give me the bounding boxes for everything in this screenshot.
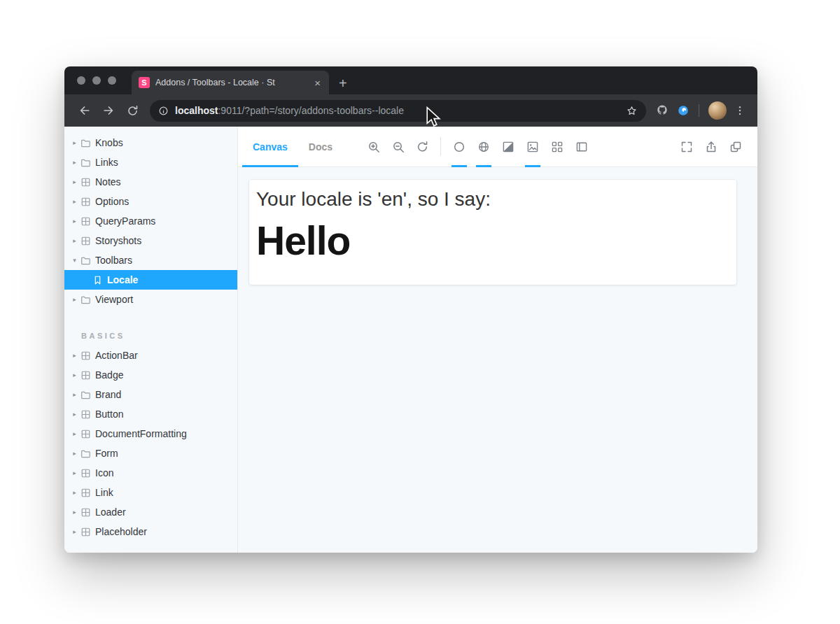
sidebar-item-icon[interactable]: Icon (64, 463, 237, 483)
locale-globe-button[interactable] (471, 127, 496, 166)
caret-right-icon (70, 198, 79, 205)
zoom-reset-button[interactable] (410, 127, 435, 166)
sidebar-item-label: Icon (95, 467, 113, 478)
zoom-window-button[interactable] (108, 76, 116, 85)
menu-kebab-icon[interactable] (731, 104, 749, 117)
component-icon (80, 216, 91, 227)
new-tab-button[interactable]: + (339, 76, 347, 90)
caret-right-icon (70, 371, 79, 378)
extension-icon-2[interactable] (673, 104, 694, 118)
browser-tab[interactable]: S Addons / Toolbars - Locale · St × (132, 71, 329, 94)
tab-docs[interactable]: Docs (298, 127, 343, 166)
sidebar-item-viewport[interactable]: Viewport (64, 290, 237, 309)
fullscreen-button[interactable] (674, 127, 699, 166)
caret-right-icon (70, 528, 79, 535)
sidebar-item-knobs[interactable]: Knobs (64, 133, 237, 153)
sidebar-item-form[interactable]: Form (64, 444, 237, 463)
component-icon (80, 429, 91, 439)
canvas-toolbar: Canvas Docs (238, 127, 757, 167)
share-button[interactable] (699, 127, 723, 166)
story-card: Your locale is 'en', so I say: Hello (249, 180, 736, 285)
backgrounds-button[interactable] (496, 127, 520, 166)
folder-icon (80, 255, 91, 266)
sidebar-item-label: Badge (95, 369, 123, 381)
bookmark-icon (92, 275, 103, 285)
close-window-button[interactable] (77, 76, 85, 85)
reload-button[interactable] (120, 99, 144, 122)
sidebar-item-storyshots[interactable]: Storyshots (64, 231, 237, 250)
back-button[interactable] (73, 99, 97, 122)
sidebar-section-basics: BASICS (64, 326, 237, 346)
component-icon (80, 350, 91, 361)
sidebar-item-brand[interactable]: Brand (64, 385, 237, 404)
component-icon (80, 236, 91, 246)
sidebar-item-documentformatting[interactable]: DocumentFormatting (64, 424, 237, 444)
sidebar-item-label: Notes (95, 176, 121, 187)
component-icon (80, 197, 91, 207)
component-icon (80, 527, 91, 537)
page-info-icon[interactable] (158, 106, 169, 116)
sidebar-item-options[interactable]: Options (64, 192, 237, 211)
storybook-app: Knobs Links Notes Options QueryParams St… (64, 127, 757, 553)
browser-titlebar: S Addons / Toolbars - Locale · St × + (64, 66, 757, 94)
outline-toggle-button[interactable] (447, 127, 471, 166)
traffic-lights (77, 76, 116, 85)
extension-icon-1[interactable] (652, 104, 673, 118)
url-host: localhost (175, 105, 218, 116)
sidebar-item-label: Placeholder (95, 526, 147, 537)
sidebar-item-locale[interactable]: Locale (64, 270, 237, 290)
sidebar-item-toolbars[interactable]: Toolbars (64, 250, 237, 270)
zoom-in-button[interactable] (361, 127, 386, 166)
component-icon (80, 507, 91, 518)
grid-toggle-button[interactable] (545, 127, 569, 166)
open-canvas-new-tab-button[interactable] (723, 127, 748, 166)
caret-right-icon (70, 391, 79, 398)
address-bar[interactable]: localhost:9011/?path=/story/addons-toolb… (150, 100, 646, 122)
sidebar-item-notes[interactable]: Notes (64, 172, 237, 192)
caret-right-icon (70, 450, 79, 457)
storybook-favicon: S (139, 77, 150, 88)
storybook-sidebar: Knobs Links Notes Options QueryParams St… (64, 127, 238, 553)
viewport-button[interactable] (569, 127, 594, 166)
tab-canvas[interactable]: Canvas (242, 127, 298, 166)
sidebar-item-label: Link (95, 487, 113, 498)
image-addon-button[interactable] (520, 127, 545, 166)
sidebar-item-placeholder[interactable]: Placeholder (64, 522, 237, 541)
sidebar-item-badge[interactable]: Badge (64, 365, 237, 385)
sidebar-item-label: Button (95, 409, 123, 420)
caret-right-icon (70, 430, 79, 437)
tab-title: Addons / Toolbars - Locale · St (155, 78, 307, 87)
caret-right-icon (70, 237, 79, 244)
component-icon (80, 177, 91, 187)
browser-toolbar: localhost:9011/?path=/story/addons-toolb… (64, 94, 757, 127)
component-icon (80, 370, 91, 381)
sidebar-item-label: Brand (95, 389, 121, 400)
story-greeting-text: Hello (256, 218, 725, 264)
minimize-window-button[interactable] (92, 76, 101, 85)
caret-right-icon (70, 178, 79, 185)
desktop-background: S Addons / Toolbars - Locale · St × + lo… (0, 0, 840, 624)
url-path: :9011/?path=/story/addons-toolbars--loca… (218, 105, 404, 116)
caret-right-icon (70, 509, 79, 516)
zoom-out-button[interactable] (386, 127, 410, 166)
sidebar-item-button[interactable]: Button (64, 404, 237, 424)
sidebar-item-queryparams[interactable]: QueryParams (64, 211, 237, 231)
sidebar-item-loader[interactable]: Loader (64, 502, 237, 522)
tab-close-icon[interactable]: × (313, 78, 322, 88)
url-text[interactable]: localhost:9011/?path=/story/addons-toolb… (175, 105, 620, 116)
sidebar-item-label: Loader (95, 506, 126, 518)
toolbar-spacer (594, 127, 674, 166)
story-preview: Your locale is 'en', so I say: Hello (238, 167, 757, 553)
forward-button[interactable] (97, 99, 120, 122)
sidebar-item-links[interactable]: Links (64, 153, 237, 172)
sidebar-item-link[interactable]: Link (64, 483, 237, 502)
sidebar-item-actionbar[interactable]: ActionBar (64, 346, 237, 365)
sidebar-item-label: Form (95, 448, 118, 459)
sidebar-item-label: DocumentFormatting (95, 428, 187, 439)
profile-avatar[interactable] (708, 101, 727, 120)
mouse-cursor (425, 106, 442, 129)
storybook-main: Canvas Docs (238, 127, 757, 553)
bookmark-star-icon[interactable] (626, 105, 638, 117)
sidebar-item-label: Toolbars (95, 255, 132, 266)
caret-right-icon (70, 159, 79, 166)
